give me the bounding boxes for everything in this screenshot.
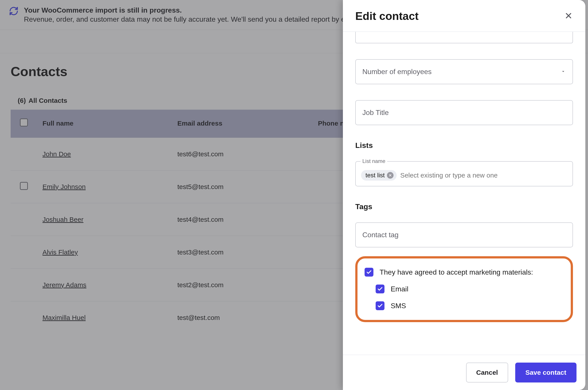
list-chip[interactable]: test list (361, 170, 397, 181)
consent-email-label: Email (391, 285, 408, 293)
tags-section-label: Tags (355, 202, 573, 211)
col-fullname[interactable]: Full name (37, 110, 172, 137)
close-button[interactable] (564, 11, 573, 21)
cancel-button[interactable]: Cancel (466, 363, 508, 383)
contact-email: test3@test.com (172, 236, 313, 269)
row-checkbox[interactable] (20, 182, 28, 190)
save-button[interactable]: Save contact (515, 363, 577, 383)
select-all-checkbox[interactable] (20, 118, 28, 126)
list-floating-label: List name (361, 158, 387, 164)
tag-placeholder: Contact tag (362, 231, 399, 239)
list-input[interactable] (400, 172, 567, 179)
contact-name-link[interactable]: Emily Johnson (43, 183, 86, 190)
consent-sms-label: SMS (391, 302, 406, 310)
employees-select[interactable]: Number of employees (355, 59, 573, 84)
consent-checkbox[interactable] (365, 268, 374, 277)
contact-email: test6@test.com (172, 137, 313, 170)
chip-remove-icon[interactable] (387, 172, 394, 179)
job-title-placeholder: Job Title (362, 108, 389, 117)
tab-all-contacts[interactable]: (6) All Contacts (18, 97, 67, 104)
contact-name-link[interactable]: Jeremy Adams (43, 281, 86, 289)
contact-name-link[interactable]: Maximilla Huel (43, 314, 86, 321)
sync-icon (9, 6, 19, 17)
contact-tag-input[interactable]: Contact tag (355, 222, 573, 247)
notice-title: Your WooCommerce import is still in prog… (24, 6, 355, 14)
notice-text: Revenue, order, and customer data may no… (24, 15, 355, 23)
job-title-input[interactable]: Job Title (355, 100, 573, 125)
consent-label: They have agreed to accept marketing mat… (380, 268, 533, 276)
contact-email: test2@test.com (172, 269, 313, 301)
truncated-field[interactable] (355, 32, 573, 43)
contact-name-link[interactable]: Alvis Flatley (43, 248, 78, 256)
contact-name-link[interactable]: Joshuah Beer (43, 216, 83, 223)
lists-section-label: Lists (355, 141, 573, 150)
employees-placeholder: Number of employees (362, 68, 431, 76)
contact-email: test4@test.com (172, 203, 313, 236)
list-name-field[interactable]: List name test list (355, 161, 573, 186)
col-email[interactable]: Email address (172, 110, 313, 137)
contact-name-link[interactable]: John Doe (43, 150, 71, 158)
consent-email-checkbox[interactable] (376, 285, 384, 293)
edit-contact-drawer: Edit contact Number of employees Job Tit… (343, 0, 585, 390)
chevron-down-icon (561, 68, 566, 76)
contact-email: test5@test.com (172, 170, 313, 203)
contact-email: test@test.com (172, 301, 313, 334)
consent-sms-checkbox[interactable] (376, 301, 384, 310)
marketing-consent-box: They have agreed to accept marketing mat… (355, 256, 573, 322)
drawer-title: Edit contact (355, 10, 419, 23)
